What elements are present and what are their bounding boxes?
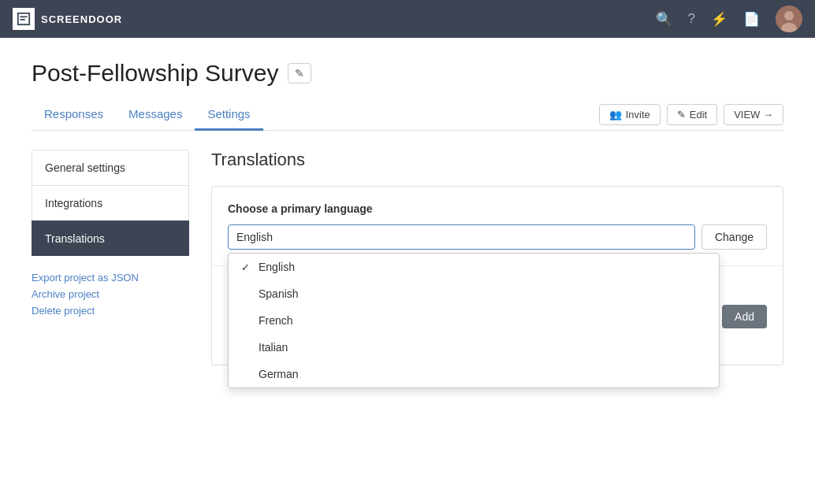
primary-language-label: Choose a primary language — [228, 202, 767, 215]
add-language-button[interactable]: Add — [722, 305, 767, 328]
delete-project-link[interactable]: Delete project — [32, 305, 189, 317]
edit-button[interactable]: ✎ Edit — [667, 104, 717, 125]
view-button[interactable]: VIEW → — [724, 104, 783, 125]
document-icon[interactable]: 📄 — [743, 11, 760, 28]
tabs-bar: Responses Messages Settings 👥 Invite ✎ E… — [32, 99, 783, 131]
archive-project-link[interactable]: Archive project — [32, 288, 189, 300]
dropdown-option-italian[interactable]: Italian — [229, 334, 719, 361]
dropdown-option-german[interactable]: German — [229, 361, 719, 387]
avatar[interactable] — [776, 6, 802, 32]
tab-settings[interactable]: Settings — [195, 99, 262, 131]
svg-rect-2 — [20, 19, 25, 20]
section-title: Translations — [211, 150, 783, 170]
invite-button[interactable]: 👥 Invite — [599, 104, 661, 125]
pencil-icon: ✎ — [677, 109, 686, 120]
tab-messages[interactable]: Messages — [116, 99, 195, 131]
topnav: SCREENDOOR 🔍 ? ⚡ 📄 — [0, 0, 815, 38]
content-area: General settings Integrations Translatio… — [0, 131, 815, 446]
invite-label: Invite — [626, 109, 650, 120]
tab-actions: 👥 Invite ✎ Edit VIEW → — [599, 104, 783, 125]
topnav-right: 🔍 ? ⚡ 📄 — [656, 6, 802, 32]
view-label: VIEW → — [734, 109, 773, 120]
sidebar-item-general-settings[interactable]: General settings — [32, 150, 189, 185]
page-title-row: Post-Fellowship Survey ✎ — [32, 60, 783, 87]
lightning-icon[interactable]: ⚡ — [711, 11, 728, 28]
selected-language-text: English — [236, 231, 273, 243]
svg-point-4 — [784, 11, 794, 20]
help-icon[interactable]: ? — [688, 11, 695, 27]
language-dropdown: ✓ English Spanish French — [228, 253, 720, 388]
invite-icon: 👥 — [609, 109, 622, 120]
tab-responses[interactable]: Responses — [32, 99, 116, 131]
logo-icon — [13, 8, 35, 30]
sidebar-links: Export project as JSON Archive project D… — [32, 272, 189, 317]
edit-title-button[interactable]: ✎ — [288, 63, 311, 83]
sidebar: General settings Integrations Translatio… — [32, 150, 189, 427]
search-icon[interactable]: 🔍 — [656, 11, 672, 28]
dropdown-option-french[interactable]: French — [229, 307, 719, 334]
brand-name: SCREENDOOR — [41, 13, 122, 25]
primary-language-row: English Change ✓ English Spanish — [228, 224, 767, 250]
translations-card: Choose a primary language English Change… — [211, 186, 783, 365]
check-icon: ✓ — [241, 261, 252, 273]
dropdown-option-english[interactable]: ✓ English — [229, 254, 719, 280]
page-header: Post-Fellowship Survey ✎ Responses Messa… — [0, 38, 815, 131]
topnav-left: SCREENDOOR — [13, 8, 122, 30]
svg-rect-1 — [20, 16, 28, 17]
export-json-link[interactable]: Export project as JSON — [32, 272, 189, 284]
sidebar-item-integrations[interactable]: Integrations — [32, 185, 189, 220]
main-content: Translations Choose a primary language E… — [211, 150, 783, 427]
change-language-button[interactable]: Change — [701, 224, 767, 250]
sidebar-item-translations[interactable]: Translations — [32, 220, 189, 256]
edit-label: Edit — [690, 109, 707, 120]
primary-language-select[interactable]: English — [228, 224, 695, 250]
dropdown-option-spanish[interactable]: Spanish — [229, 280, 719, 307]
page-title: Post-Fellowship Survey — [32, 60, 278, 87]
page-wrapper: Post-Fellowship Survey ✎ Responses Messa… — [0, 38, 815, 504]
